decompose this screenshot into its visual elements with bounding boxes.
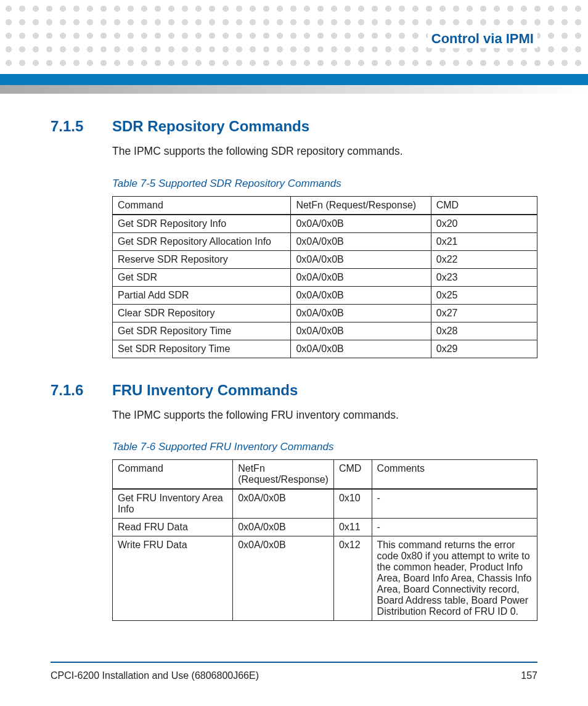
table-cell: 0x21 (431, 232, 537, 250)
table-cell: 0x0A/0x0B (291, 250, 431, 268)
table-row: Write FRU Data0x0A/0x0B0x12This command … (113, 536, 537, 621)
table-cell: Get FRU Inventory Area Info (113, 489, 233, 519)
table-cell: 0x28 (431, 322, 537, 340)
section-title: FRU Inventory Commands (112, 382, 298, 399)
table-cell: 0x22 (431, 250, 537, 268)
table-row: Get SDR Repository Allocation Info0x0A/0… (113, 232, 537, 250)
col-header-cmd: CMD (431, 196, 537, 215)
table-cell: 0x0A/0x0B (291, 340, 431, 358)
table-cell: 0x12 (333, 536, 372, 621)
table-cell: 0x20 (431, 215, 537, 233)
chapter-title: Control via IPMI (428, 30, 537, 48)
table-cell: Clear SDR Repository (113, 304, 291, 322)
table-row: Get SDR0x0A/0x0B0x23 (113, 268, 537, 286)
col-header-netfn: NetFn (Request/Response) (291, 196, 431, 215)
table-cell: 0x10 (333, 489, 372, 519)
col-header-command: Command (113, 460, 233, 490)
table-caption-76: Table 7-6 Supported FRU Inventory Comman… (112, 441, 537, 453)
footer-doc-title: CPCI-6200 Installation and Use (6806800J… (51, 670, 259, 681)
table-cell: 0x0A/0x0B (233, 489, 334, 519)
table-cell: 0x0A/0x0B (291, 322, 431, 340)
section-body-text: The IPMC supports the following SDR repo… (112, 144, 537, 159)
table-cell: 0x0A/0x0B (291, 215, 431, 233)
section-number: 7.1.5 (51, 118, 88, 135)
table-cell: Partial Add SDR (113, 286, 291, 304)
table-cell: Get SDR Repository Time (113, 322, 291, 340)
table-cell: 0x23 (431, 268, 537, 286)
table-cell: Get SDR Repository Allocation Info (113, 232, 291, 250)
footer-rule (51, 662, 537, 663)
col-header-comments: Comments (372, 460, 537, 490)
table-cell: - (372, 489, 537, 519)
table-cell: Read FRU Data (113, 519, 233, 536)
table-cell: Get SDR (113, 268, 291, 286)
table-cell: 0x27 (431, 304, 537, 322)
table-row: Get SDR Repository Info0x0A/0x0B0x20 (113, 215, 537, 233)
sdr-commands-table: Command NetFn (Request/Response) CMD Get… (112, 196, 537, 358)
section-title: SDR Repository Commands (112, 118, 309, 135)
table-row: Reserve SDR Repository0x0A/0x0B0x22 (113, 250, 537, 268)
col-header-cmd: CMD (333, 460, 372, 490)
table-cell: 0x0A/0x0B (291, 268, 431, 286)
footer-page-number: 157 (521, 670, 537, 681)
table-cell: 0x0A/0x0B (291, 286, 431, 304)
table-cell: Get SDR Repository Info (113, 215, 291, 233)
table-cell: Write FRU Data (113, 536, 233, 621)
table-cell: 0x0A/0x0B (233, 519, 334, 536)
table-row: Set SDR Repository Time0x0A/0x0B0x29 (113, 340, 537, 358)
section-heading-715: 7.1.5 SDR Repository Commands (51, 118, 537, 135)
table-row: Get SDR Repository Time0x0A/0x0B0x28 (113, 322, 537, 340)
table-cell: Reserve SDR Repository (113, 250, 291, 268)
table-cell: - (372, 519, 537, 536)
table-row: Get FRU Inventory Area Info0x0A/0x0B0x10… (113, 489, 537, 519)
fru-commands-table: Command NetFn (Request/Response) CMD Com… (112, 459, 537, 621)
table-row: Clear SDR Repository0x0A/0x0B0x27 (113, 304, 537, 322)
table-row: Read FRU Data0x0A/0x0B0x11- (113, 519, 537, 536)
table-cell: 0x11 (333, 519, 372, 536)
table-cell: This command returns the error code 0x80… (372, 536, 537, 621)
table-row: Partial Add SDR0x0A/0x0B0x25 (113, 286, 537, 304)
table-cell: Set SDR Repository Time (113, 340, 291, 358)
table-header-row: Command NetFn (Request/Response) CMD Com… (113, 460, 537, 490)
header-blue-bar (0, 74, 588, 85)
section-number: 7.1.6 (51, 382, 88, 399)
page-content: 7.1.5 SDR Repository Commands The IPMC s… (51, 114, 537, 621)
table-cell: 0x25 (431, 286, 537, 304)
header-gradient-bar (0, 85, 588, 94)
col-header-netfn: NetFn (Request/Response) (233, 460, 334, 490)
table-cell: 0x0A/0x0B (233, 536, 334, 621)
table-cell: 0x29 (431, 340, 537, 358)
table-caption-75: Table 7-5 Supported SDR Repository Comma… (112, 178, 537, 190)
table-cell: 0x0A/0x0B (291, 304, 431, 322)
section-heading-716: 7.1.6 FRU Inventory Commands (51, 382, 537, 399)
table-header-row: Command NetFn (Request/Response) CMD (113, 196, 537, 215)
col-header-command: Command (113, 196, 291, 215)
table-cell: 0x0A/0x0B (291, 232, 431, 250)
section-body-text: The IPMC supports the following FRU inve… (112, 408, 537, 423)
page-footer: CPCI-6200 Installation and Use (6806800J… (51, 662, 537, 681)
